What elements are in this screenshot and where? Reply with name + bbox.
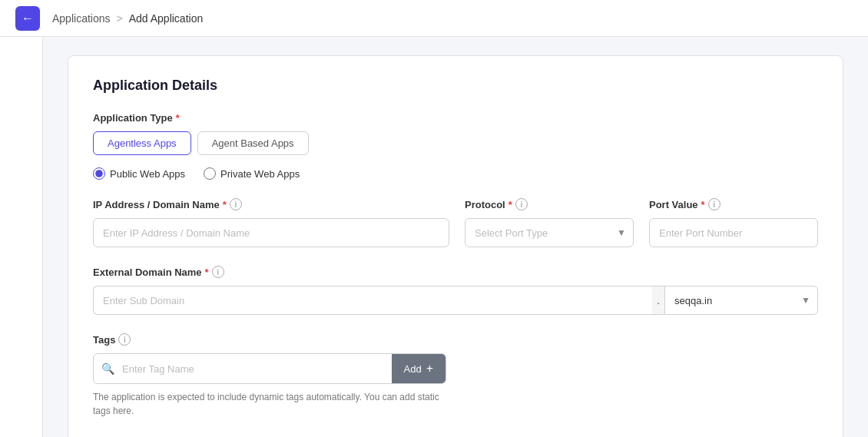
protocol-required: * <box>509 199 512 210</box>
app-type-label: Application Type * <box>93 112 818 124</box>
app-type-toggle-group: Agentless Apps Agent Based Apps <box>93 131 818 155</box>
port-required: * <box>701 199 705 210</box>
ip-input[interactable] <box>93 218 449 247</box>
ip-label: IP Address / Domain Name * i <box>93 198 449 210</box>
app-type-section: Application Type * Agentless Apps Agent … <box>93 112 818 180</box>
toggle-agentless-btn[interactable]: Agentless Apps <box>93 131 191 155</box>
breadcrumb-root[interactable]: Applications <box>52 12 111 25</box>
back-button[interactable]: ← <box>15 6 40 31</box>
radio-private-label[interactable]: Private Web Apps <box>204 167 300 180</box>
breadcrumb-separator: > <box>117 12 123 25</box>
tags-search-icon: 🔍 <box>94 363 122 375</box>
tags-hint: The application is expected to include d… <box>93 390 446 418</box>
protocol-select-wrapper: Select Port Type HTTP HTTPS TCP UDP ▼ <box>465 218 634 247</box>
tags-input-row: 🔍 Add + <box>93 353 446 384</box>
tags-info-icon: i <box>118 333 131 346</box>
tags-label: Tags i <box>93 333 818 346</box>
port-label: Port Value * i <box>649 198 818 210</box>
radio-public-label[interactable]: Public Web Apps <box>93 167 185 180</box>
ip-info-icon: i <box>230 198 242 210</box>
port-field-group: Port Value * i <box>649 198 818 247</box>
top-nav: ← Applications > Add Application <box>0 0 868 37</box>
main-content: Application Details Application Type * A… <box>0 37 868 437</box>
tags-section: Tags i 🔍 Add + The application is expect… <box>93 333 818 418</box>
breadcrumb: Applications > Add Application <box>52 12 203 25</box>
protocol-info-icon: i <box>515 198 528 210</box>
port-input[interactable] <box>649 218 818 247</box>
connection-fields-row: IP Address / Domain Name * i Protocol * … <box>93 198 818 247</box>
card-title: Application Details <box>93 78 818 94</box>
domain-row: . seqqa.in ▼ <box>93 286 818 315</box>
radio-private-input[interactable] <box>204 167 216 180</box>
toggle-agent-btn[interactable]: Agent Based Apps <box>197 131 309 155</box>
connection-fields-section: IP Address / Domain Name * i Protocol * … <box>93 198 818 247</box>
external-domain-info-icon: i <box>212 266 224 278</box>
external-domain-section: External Domain Name * i . seqqa.in ▼ <box>93 266 818 315</box>
app-type-required: * <box>176 112 180 124</box>
add-plus-icon: + <box>426 362 433 376</box>
external-domain-label: External Domain Name * i <box>93 266 818 278</box>
add-tag-button[interactable]: Add + <box>392 354 446 383</box>
protocol-label: Protocol * i <box>465 198 634 210</box>
protocol-select[interactable]: Select Port Type HTTP HTTPS TCP UDP <box>465 218 634 247</box>
external-domain-required: * <box>205 267 209 278</box>
subdomain-input[interactable] <box>93 286 652 315</box>
application-details-card: Application Details Application Type * A… <box>68 55 843 437</box>
web-app-type-radio-group: Public Web Apps Private Web Apps <box>93 167 818 180</box>
ip-field-group: IP Address / Domain Name * i <box>93 198 449 247</box>
radio-private-text: Private Web Apps <box>220 168 300 180</box>
tag-name-input[interactable] <box>122 354 392 383</box>
breadcrumb-current: Add Application <box>129 12 204 25</box>
radio-public-input[interactable] <box>93 167 105 180</box>
port-info-icon: i <box>708 198 721 210</box>
domain-select-wrapper: seqqa.in ▼ <box>664 286 818 315</box>
protocol-field-group: Protocol * i Select Port Type HTTP HTTPS… <box>465 198 634 247</box>
domain-dot-separator: . <box>652 286 664 315</box>
ip-required: * <box>223 199 227 210</box>
content-area: Application Details Application Type * A… <box>43 37 868 437</box>
sidebar <box>0 37 43 437</box>
radio-public-text: Public Web Apps <box>110 168 185 180</box>
domain-select[interactable]: seqqa.in <box>664 286 818 315</box>
